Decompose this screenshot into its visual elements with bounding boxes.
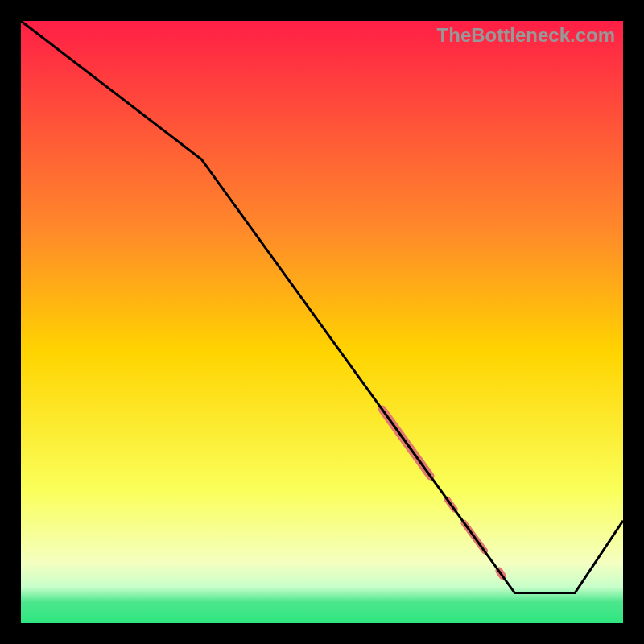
chart-frame: TheBottleneck.com <box>21 21 623 623</box>
gradient-background <box>21 21 623 623</box>
bottleneck-chart <box>21 21 623 623</box>
watermark-text: TheBottleneck.com <box>437 24 615 47</box>
